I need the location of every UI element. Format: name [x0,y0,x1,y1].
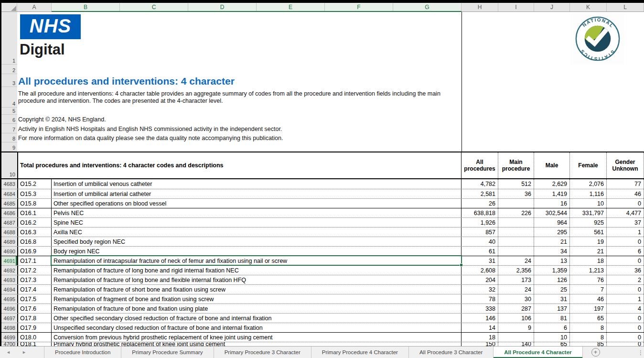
row-number-header[interactable]: 4694 [1,285,17,294]
prev-sheet-arrow-icon[interactable]: ◄ [6,350,11,355]
column-header-e[interactable]: E [257,3,325,11]
gender-unknown-cell[interactable]: 1 [607,228,644,237]
procedure-code-cell[interactable]: O15.8 [17,199,52,208]
procedure-code-cell[interactable]: O17.2 [17,266,52,275]
gender-unknown-cell[interactable]: 2 [607,275,644,284]
male-cell[interactable]: 81 [534,314,570,323]
female-cell[interactable]: 561 [570,228,607,237]
procedure-description-cell[interactable]: Insertion of umbilical venous catheter [52,179,462,189]
female-cell[interactable]: 8 [570,323,607,332]
row-number-header[interactable]: 4695 [1,294,17,304]
female-cell[interactable]: 925 [570,218,607,227]
gender-unknown-cell[interactable]: 0 [607,237,644,246]
column-header-k[interactable]: K [570,3,607,11]
female-cell[interactable]: 65 [570,314,607,323]
female-cell[interactable]: 331,797 [570,208,607,217]
procedure-description-cell[interactable]: Unspecified secondary closed reduction o… [52,323,462,332]
row-number-header[interactable]: 4696 [1,304,17,313]
row-number-header[interactable]: 4686 [1,208,17,217]
procedure-code-cell[interactable]: O17.3 [17,275,52,284]
procedure-description-cell[interactable]: Remanipulation of fracture of bone and f… [52,304,462,313]
procedure-description-cell[interactable]: Specified body region NEC [52,237,462,246]
row-header-9[interactable]: 9 [1,142,17,152]
male-cell[interactable]: 10 [534,333,570,342]
row-number-header[interactable]: 4689 [1,237,17,246]
row-header-8[interactable]: 8 [1,133,17,142]
procedure-code-cell[interactable]: O17.1 [17,256,52,265]
column-header-f[interactable]: F [325,3,393,11]
gender-unknown-cell[interactable]: 37 [607,218,644,227]
male-cell[interactable]: 295 [534,228,570,237]
procedure-description-cell[interactable]: Other specified operations on blood vess… [52,199,462,208]
procedure-description-cell[interactable]: Remanipulation of fracture of long bone … [52,266,462,275]
main-procedure-cell[interactable]: 30 [498,294,534,304]
gender-unknown-cell[interactable]: 6 [607,247,644,256]
col-header-main-procedure[interactable]: Main procedure [498,152,534,178]
procedure-code-cell[interactable]: O17.5 [17,294,52,304]
procedure-code-cell[interactable]: O16.8 [17,237,52,246]
male-cell[interactable]: 1,419 [534,189,570,198]
row-header-7[interactable]: 7 [1,124,17,133]
gender-unknown-cell[interactable]: 0 [607,285,644,294]
main-procedure-cell[interactable]: 9 [498,323,534,332]
male-cell[interactable]: 6 [534,323,570,332]
row-number-header[interactable]: 4700 [1,342,17,346]
procedure-code-cell[interactable]: O17.8 [17,314,52,323]
col-header-female[interactable]: Female [570,152,607,178]
row-header-6[interactable]: 6 [1,115,17,124]
gender-unknown-cell[interactable]: 46 [607,189,644,198]
row-number-header[interactable]: 4692 [1,266,17,275]
procedure-description-cell[interactable]: Spine NEC [52,218,462,227]
select-all-corner[interactable] [1,3,17,11]
male-cell[interactable]: 964 [534,218,570,227]
gender-unknown-cell[interactable]: 0 [607,323,644,332]
sheet-tab[interactable]: Primary Procedure 4 Character [311,347,408,358]
main-procedure-cell[interactable]: 24 [498,256,534,265]
male-cell[interactable]: 126 [534,275,570,284]
male-cell[interactable]: 16 [534,199,570,208]
all-procedures-cell[interactable]: 14 [462,323,498,332]
male-cell[interactable]: 21 [534,237,570,246]
row-number-header[interactable]: 4685 [1,199,17,208]
female-cell[interactable]: 1,116 [570,189,607,198]
procedure-description-cell[interactable]: Pelvis NEC [52,208,462,217]
all-procedures-cell[interactable]: 2,608 [462,266,498,275]
column-header-a[interactable]: A [17,3,52,11]
gender-unknown-cell[interactable]: 0 [607,333,644,342]
row-number-header[interactable]: 4699 [1,333,17,342]
main-procedure-cell[interactable]: 173 [498,275,534,284]
row-number-header[interactable]: 4683 [1,179,17,189]
female-cell[interactable]: 2,076 [570,179,607,189]
next-sheet-arrow-icon[interactable]: ► [22,350,26,355]
column-header-d[interactable]: D [188,3,257,11]
main-procedure-cell[interactable]: 36 [498,189,534,198]
sheet-tab[interactable]: Primary Procedure 3 Character [214,347,311,358]
procedure-code-cell[interactable]: O16.1 [17,208,52,217]
column-header-i[interactable]: I [498,3,534,11]
add-sheet-button[interactable]: + [591,348,600,357]
procedure-description-cell[interactable]: Conversion from previous hybrid prosthet… [52,333,462,342]
procedure-description-cell[interactable]: Remanipulation of fragment of bone and f… [52,294,462,304]
male-cell[interactable]: 2,629 [534,179,570,189]
female-cell[interactable]: 46 [570,294,607,304]
main-procedure-cell[interactable]: 512 [498,179,534,189]
main-procedure-cell[interactable] [498,237,534,246]
column-header-c[interactable]: C [120,3,188,11]
female-cell[interactable]: 21 [570,247,607,256]
all-procedures-cell[interactable]: 638,818 [462,208,498,217]
tab-overflow-icon[interactable]: ⋮ [638,347,644,358]
all-procedures-cell[interactable]: 61 [462,247,498,256]
all-procedures-cell[interactable]: 4,782 [462,179,498,189]
row-number-header[interactable]: 4691 [1,256,17,265]
procedure-description-cell[interactable]: Body region NEC [52,247,462,256]
procedure-description-cell[interactable]: Insertion of umbilical arterial catheter [52,189,462,198]
row-header-3[interactable]: 3 [1,74,17,87]
procedure-description-cell[interactable]: Primary hybrid prosthetic replacement of… [52,342,462,346]
sheet-tab[interactable]: All Procedure 3 Character [408,347,493,358]
main-procedure-cell[interactable] [498,199,534,208]
male-cell[interactable]: 13 [534,256,570,265]
main-procedure-cell[interactable]: 287 [498,304,534,313]
gender-unknown-cell[interactable]: 4 [607,304,644,313]
all-procedures-cell[interactable]: 26 [462,199,498,208]
gender-unknown-cell[interactable]: 0 [607,256,644,265]
